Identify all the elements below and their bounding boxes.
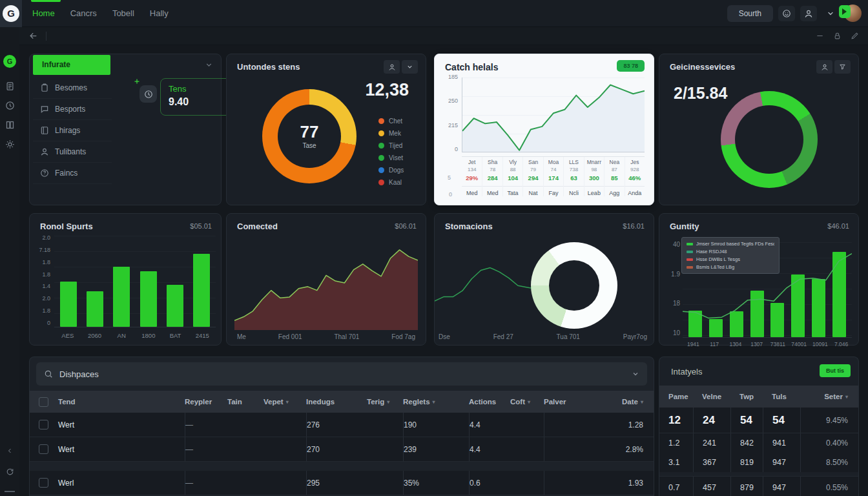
collapse-chevron-icon[interactable]: [205, 61, 213, 69]
user-icon[interactable]: [816, 60, 832, 74]
sidebar-item-label: Lhirags: [55, 126, 80, 135]
table-cell: [367, 437, 403, 461]
settings-icon[interactable]: [0, 140, 19, 149]
col-tend[interactable]: Tend: [58, 398, 185, 406]
sidebar-item-lhirags[interactable]: Lhirags: [33, 120, 112, 141]
chevron-down-icon[interactable]: [632, 370, 639, 378]
sidebar-item-infurate[interactable]: Infurate: [33, 55, 110, 75]
columns-icon[interactable]: [0, 120, 19, 130]
chevron-down-icon[interactable]: [822, 6, 839, 21]
sidebar-item-tulibants[interactable]: Tulibants: [33, 141, 112, 163]
clock-icon[interactable]: [0, 101, 19, 110]
y-tick: 1.4: [42, 283, 50, 289]
col-reypler[interactable]: Reypler: [185, 398, 227, 406]
buttis-button[interactable]: But tis: [820, 364, 851, 377]
table-cell: [264, 471, 306, 495]
table-cell: 0.6: [469, 471, 510, 495]
col-date[interactable]: Date▾: [594, 398, 654, 406]
legend-label: Mek: [389, 130, 401, 137]
stat-value: 738: [564, 167, 583, 172]
sort-chevron-icon: ▾: [387, 399, 389, 405]
filter-icon[interactable]: [834, 60, 851, 74]
stat-value: Mnarr: [584, 159, 604, 165]
help-circle-icon: [40, 169, 49, 178]
col-seter[interactable]: Seter▾: [800, 393, 858, 400]
col-inedugs[interactable]: Inedugs: [306, 398, 367, 406]
stat-value: San: [523, 159, 542, 165]
chevron-left-icon[interactable]: [0, 447, 19, 455]
legend-item: Mek: [378, 130, 404, 137]
y-tick: 10: [673, 329, 680, 336]
sort-chevron-icon: ▾: [286, 399, 289, 405]
stat-value: 87: [604, 167, 624, 172]
refresh-icon[interactable]: [0, 468, 19, 476]
stat-value: 98: [584, 167, 604, 172]
table-cell: [510, 471, 544, 495]
table-cell: 947: [763, 477, 800, 496]
col-vepet[interactable]: Vepet▾: [264, 398, 306, 406]
ronol-bar-chart: [54, 236, 216, 327]
clipboard-icon: [40, 83, 49, 92]
table-cell: 2.8%: [594, 437, 654, 461]
sidebar-item-label: Faincs: [55, 169, 78, 178]
col-reglets[interactable]: Reglets▾: [403, 398, 469, 406]
y-axis-extra: 5: [448, 174, 451, 181]
col-tain[interactable]: Tain: [227, 398, 264, 406]
stats-column: Moa74174Fay: [543, 157, 563, 196]
sidebar-item-besports[interactable]: Besports: [33, 99, 112, 120]
col-velne[interactable]: Velne: [693, 393, 730, 400]
file-icon[interactable]: [0, 81, 19, 91]
user-icon[interactable]: [800, 6, 817, 21]
tens-box[interactable]: Tens 9.40: [160, 78, 231, 116]
row-checkbox[interactable]: [39, 444, 48, 454]
col-tuls[interactable]: Tuls: [763, 393, 800, 400]
chevron-down-icon[interactable]: [402, 60, 418, 74]
nav-item-home[interactable]: Home: [32, 8, 55, 18]
x-label: Fod 7ag: [391, 333, 415, 340]
col-coft[interactable]: Coft▾: [510, 398, 544, 406]
select-all-checkbox[interactable]: [39, 397, 48, 407]
nav-item-hally[interactable]: Hally: [150, 8, 169, 18]
avatar[interactable]: [844, 5, 862, 22]
row-checkbox[interactable]: [39, 420, 48, 429]
edit-icon[interactable]: [851, 32, 859, 40]
search-button[interactable]: Sourth: [727, 5, 773, 22]
panel-title: Intatyels: [671, 367, 702, 377]
back-button[interactable]: [28, 31, 38, 41]
legend-dot-icon: [378, 130, 384, 136]
col-terig[interactable]: Terig▾: [367, 398, 403, 406]
timer-icon[interactable]: [140, 85, 157, 103]
stat-value: 78: [482, 167, 502, 172]
table-cell: [544, 471, 594, 495]
y-tick: 1.8: [42, 259, 50, 265]
sidebar-item-besomes[interactable]: Besomes: [33, 78, 112, 99]
smiley-icon[interactable]: [778, 6, 795, 21]
col-actions[interactable]: Actions: [469, 398, 510, 406]
rail-dash: [5, 491, 15, 492]
legend-dot-icon: [687, 266, 693, 269]
col-palver[interactable]: Palver: [544, 398, 594, 406]
y-axis-extra: 0: [449, 191, 452, 198]
sidebar-item-faincs[interactable]: Faincs: [33, 163, 112, 184]
table-cell: 12: [659, 408, 693, 433]
minimize-icon[interactable]: [816, 32, 824, 40]
bar: [140, 271, 157, 327]
app-logo[interactable]: G: [0, 0, 22, 27]
user-icon[interactable]: [384, 60, 400, 74]
legend-dot-icon: [687, 251, 693, 253]
col-twp[interactable]: Twp: [730, 393, 763, 400]
lock-icon[interactable]: [833, 32, 842, 40]
rail-home-icon[interactable]: G: [0, 55, 19, 68]
legend-item: Hsse DWBs L Tesgs: [687, 256, 774, 262]
search-bar[interactable]: Dishpaces: [36, 362, 647, 386]
nav-item-tobell[interactable]: Tobell: [112, 8, 134, 18]
add-icon[interactable]: [133, 78, 141, 85]
sort-chevron-icon: ▾: [528, 399, 530, 405]
nav-right: Sourth: [727, 5, 868, 22]
nav-item-cancrs[interactable]: Cancrs: [70, 8, 97, 18]
col-pame[interactable]: Pame: [659, 393, 693, 400]
card-amount: $16.01: [623, 222, 645, 230]
row-checkbox[interactable]: [39, 478, 48, 488]
x-label: 7.046: [831, 341, 852, 347]
card-title: Geicinessevices: [670, 62, 735, 72]
